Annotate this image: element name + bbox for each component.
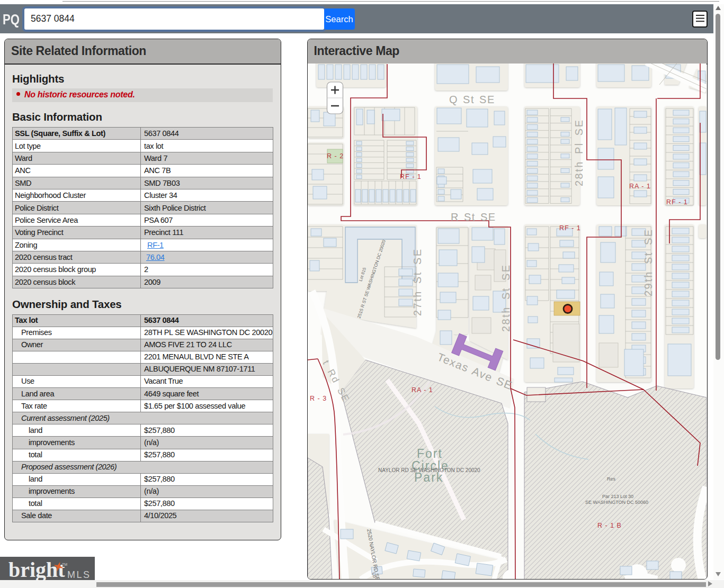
svg-text:RA - 1: RA - 1 <box>629 183 651 190</box>
svg-text:27th St SE: 27th St SE <box>412 248 423 316</box>
svg-text:R - 1 B: R - 1 B <box>597 522 622 529</box>
svg-text:Lo: Lo <box>371 572 378 578</box>
svg-text:NAYLOR RD SE WASHINGTON DC 200: NAYLOR RD SE WASHINGTON DC 20020 <box>378 467 480 473</box>
svg-text:29th St SE: 29th St SE <box>642 228 654 296</box>
svg-text:RF - 1: RF - 1 <box>400 173 422 180</box>
svg-text:Res: Res <box>607 476 616 482</box>
svg-text:28th St SE: 28th St SE <box>500 264 512 332</box>
svg-text:28th Pl SE: 28th Pl SE <box>573 119 585 186</box>
svg-text:R St SE: R St SE <box>451 211 496 223</box>
svg-text:R - 2: R - 2 <box>327 152 344 160</box>
svg-text:R - 3: R - 3 <box>310 395 327 402</box>
svg-text:Q St SE: Q St SE <box>449 94 495 105</box>
svg-text:RA - 1: RA - 1 <box>412 386 433 394</box>
svg-text:RF - 1: RF - 1 <box>666 198 688 206</box>
svg-text:RF - 1: RF - 1 <box>559 224 581 232</box>
svg-text:Par 213 Lot 30: Par 213 Lot 30 <box>602 494 633 499</box>
svg-text:SE WASHINGTON DC 50060: SE WASHINGTON DC 50060 <box>585 500 648 505</box>
